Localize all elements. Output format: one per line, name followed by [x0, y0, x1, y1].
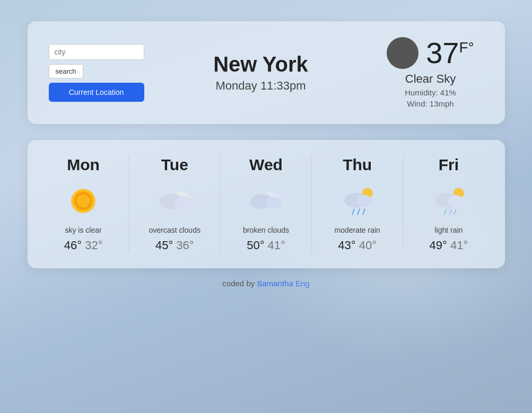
wind: Wind: 13mph — [407, 99, 453, 108]
svg-line-18 — [444, 209, 446, 214]
icon-sun — [62, 182, 104, 219]
high-fri: 49° — [430, 239, 447, 252]
high-thu: 43° — [338, 239, 355, 252]
svg-point-17 — [448, 196, 464, 207]
low-thu: 40° — [359, 239, 377, 252]
icon-broken-clouds — [245, 182, 287, 219]
temps-fri: 49° 41° — [430, 239, 468, 252]
current-weather-details: 37F° Clear Sky Humidity: 41% Wind: 13mph — [378, 37, 484, 108]
svg-point-5 — [175, 196, 192, 208]
svg-line-20 — [455, 209, 456, 214]
svg-line-19 — [450, 209, 451, 214]
city-datetime: Monday 11:33pm — [155, 79, 367, 93]
low-mon: 32° — [85, 239, 102, 252]
high-tue: 45° — [155, 239, 173, 252]
low-wed: 41° — [268, 239, 285, 252]
temp-row: 37F° — [387, 37, 474, 69]
forecast-card: Mon sky is clear 46° 32° Tue overcast cl… — [28, 140, 505, 268]
low-fri: 41° — [450, 239, 468, 252]
temperature-display: 37F° — [426, 38, 474, 68]
footer-prefix: coded by — [222, 279, 257, 288]
temps-tue: 45° 36° — [155, 239, 194, 252]
desc-thu: moderate rain — [335, 226, 380, 234]
day-name-tue: Tue — [161, 156, 188, 174]
forecast-day-fri: Fri light rain 49° 41° — [403, 156, 494, 252]
city-input[interactable] — [49, 44, 144, 60]
desc-wed: broken clouds — [243, 226, 289, 234]
low-tue: 36° — [176, 239, 194, 252]
city-name: New York — [155, 52, 367, 76]
desc-fri: light rain — [434, 226, 463, 234]
humidity: Humidity: 41% — [405, 88, 456, 97]
svg-point-11 — [357, 196, 373, 207]
temps-thu: 43° 40° — [338, 239, 377, 252]
footer: coded by Samantha Eng — [222, 279, 309, 288]
current-weather-card: search Current Location New York Monday … — [28, 21, 505, 124]
forecast-day-thu: Thu moderate rain 43° 40° — [311, 156, 403, 252]
svg-line-14 — [363, 209, 365, 214]
svg-line-12 — [353, 209, 354, 214]
temps-mon: 46° 32° — [64, 239, 103, 252]
icon-overcast-clouds — [153, 182, 196, 219]
high-mon: 46° — [64, 239, 82, 252]
forecast-day-mon: Mon sky is clear 46° 32° — [38, 156, 129, 252]
search-section: search Current Location — [49, 44, 144, 102]
day-name-wed: Wed — [249, 156, 283, 174]
temp-unit: F° — [459, 39, 474, 56]
svg-point-2 — [77, 195, 90, 208]
current-location-button[interactable]: Current Location — [49, 83, 144, 102]
forecast-day-wed: Wed broken clouds 50° 41° — [220, 156, 311, 252]
city-info: New York Monday 11:33pm — [155, 52, 367, 93]
svg-line-13 — [358, 209, 360, 214]
temp-value: 37 — [426, 36, 459, 69]
temps-wed: 50° 41° — [247, 239, 285, 252]
moon-icon — [387, 37, 418, 69]
icon-light-rain — [428, 182, 470, 219]
day-name-fri: Fri — [439, 156, 459, 174]
high-wed: 50° — [247, 239, 264, 252]
forecast-day-tue: Tue overcast clouds 45° 36° — [129, 156, 220, 252]
day-name-mon: Mon — [67, 156, 100, 174]
search-button[interactable]: search — [49, 64, 83, 78]
svg-point-8 — [266, 197, 282, 208]
icon-moderate-rain — [336, 182, 379, 219]
author-link[interactable]: Samantha Eng — [257, 279, 309, 288]
day-name-thu: Thu — [343, 156, 372, 174]
desc-mon: sky is clear — [65, 226, 101, 234]
weather-condition: Clear Sky — [405, 72, 456, 86]
desc-tue: overcast clouds — [149, 226, 200, 234]
